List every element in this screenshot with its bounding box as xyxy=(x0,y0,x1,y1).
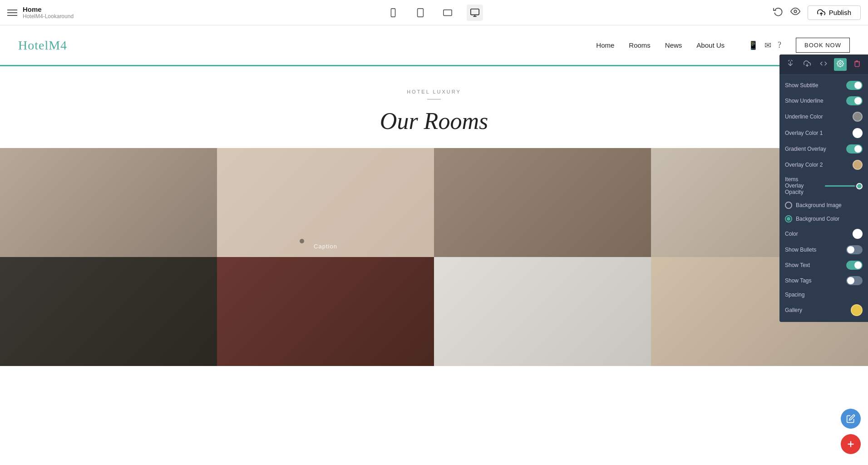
gradient-overlay-label: Gradient Overlay xyxy=(785,146,843,152)
settings-rows: Show Subtitle Show Underline Underline C… xyxy=(779,75,868,322)
overlay-color-1-label: Overlay Color 1 xyxy=(785,130,849,136)
svg-rect-2 xyxy=(418,8,424,16)
settings-panel: Show Subtitle Show Underline Underline C… xyxy=(779,54,868,322)
site-subtitle: HotelM4-Lookaround xyxy=(23,13,74,20)
overlay-color-2-swatch[interactable] xyxy=(853,160,863,170)
nav-home[interactable]: Home xyxy=(596,41,614,49)
gallery-item[interactable] xyxy=(217,257,434,366)
nav-rooms[interactable]: Rooms xyxy=(629,41,651,49)
gallery-item[interactable] xyxy=(434,148,651,257)
code-tool[interactable] xyxy=(817,58,830,71)
svg-rect-6 xyxy=(471,9,479,15)
underline-color-swatch[interactable] xyxy=(853,112,863,122)
setting-show-text: Show Text xyxy=(779,257,868,273)
gallery-color-swatch[interactable] xyxy=(851,304,863,316)
items-overlay-opacity-label: ItemsOverlayOpacity xyxy=(785,176,821,195)
mobile-icon[interactable]: 📱 xyxy=(748,40,758,50)
setting-show-underline: Show Underline xyxy=(779,93,868,109)
spacing-label: Spacing xyxy=(785,292,863,298)
undo-button[interactable] xyxy=(773,6,783,19)
overlay-color-2-label: Overlay Color 2 xyxy=(785,162,849,168)
gallery-item[interactable] xyxy=(434,257,651,366)
preview-button[interactable] xyxy=(790,6,800,19)
show-text-label: Show Text xyxy=(785,262,843,268)
site-info: Home HotelM4-Lookaround xyxy=(23,5,74,20)
show-subtitle-toggle[interactable] xyxy=(846,81,863,90)
gallery-caption: Caption xyxy=(314,243,337,250)
overlay-color-1-swatch[interactable] xyxy=(853,128,863,138)
settings-tool[interactable] xyxy=(834,58,847,71)
publish-label: Publish xyxy=(829,9,851,16)
section-divider xyxy=(427,99,441,99)
show-underline-toggle[interactable] xyxy=(846,96,863,105)
top-bar-left: Home HotelM4-Lookaround xyxy=(7,5,74,20)
svg-rect-0 xyxy=(391,8,395,16)
setting-show-subtitle: Show Subtitle xyxy=(779,78,868,93)
sort-tool[interactable] xyxy=(784,58,797,71)
background-color-label: Background Color xyxy=(796,216,863,222)
setting-underline-color: Underline Color xyxy=(779,109,868,125)
show-underline-label: Show Underline xyxy=(785,98,843,104)
gallery-item[interactable]: Caption xyxy=(217,148,434,257)
site-nav: Home Rooms News About Us 📱 ✉ ? BOOK NOW xyxy=(596,38,850,53)
site-name: Home xyxy=(23,5,74,13)
gradient-overlay-toggle[interactable] xyxy=(846,144,863,153)
gallery-grid: Caption xyxy=(0,148,868,366)
nav-news[interactable]: News xyxy=(665,41,682,49)
setting-background-color: Background Color xyxy=(779,212,868,226)
fab-edit-button[interactable] xyxy=(841,409,861,429)
device-mobile[interactable] xyxy=(385,5,401,21)
delete-tool[interactable] xyxy=(851,58,863,71)
section-heading: Our Rooms xyxy=(9,108,859,134)
nav-about-us[interactable]: About Us xyxy=(696,41,725,49)
setting-gradient-overlay: Gradient Overlay xyxy=(779,141,868,157)
fab-add-button[interactable] xyxy=(841,434,861,454)
setting-show-tags: Show Tags xyxy=(779,273,868,288)
device-tablet[interactable] xyxy=(412,5,429,21)
show-bullets-label: Show Bullets xyxy=(785,247,843,253)
svg-point-8 xyxy=(794,10,797,13)
device-desktop[interactable] xyxy=(467,5,483,21)
settings-toolbar xyxy=(779,54,868,75)
show-text-toggle[interactable] xyxy=(846,261,863,270)
background-image-radio[interactable] xyxy=(785,202,792,209)
show-subtitle-label: Show Subtitle xyxy=(785,82,843,89)
show-tags-label: Show Tags xyxy=(785,277,843,284)
email-icon[interactable]: ✉ xyxy=(764,40,771,50)
setting-gallery: Gallery xyxy=(779,301,868,319)
hamburger-menu[interactable] xyxy=(7,10,17,16)
svg-point-13 xyxy=(839,63,841,64)
section-title-area: HOTEL LUXURY Our Rooms xyxy=(0,66,868,148)
svg-rect-4 xyxy=(444,10,452,15)
background-color-radio[interactable] xyxy=(785,215,792,223)
site-nav-icons: 📱 ✉ ? xyxy=(748,40,781,50)
setting-spacing: Spacing xyxy=(779,288,868,301)
logo-hotel: Hotel xyxy=(18,38,49,52)
device-tablet-landscape[interactable] xyxy=(439,5,456,21)
underline-color-label: Underline Color xyxy=(785,114,849,120)
gallery-item[interactable] xyxy=(0,148,217,257)
setting-show-bullets: Show Bullets xyxy=(779,242,868,257)
help-icon[interactable]: ? xyxy=(778,40,781,50)
top-bar-right: Publish xyxy=(773,5,861,20)
setting-overlay-color-1: Overlay Color 1 xyxy=(779,125,868,141)
book-now-button[interactable]: BOOK NOW xyxy=(796,38,850,53)
setting-color: Color xyxy=(779,226,868,242)
device-switcher xyxy=(385,5,483,21)
download-tool[interactable] xyxy=(801,58,814,71)
site-logo: HotelM4 xyxy=(18,38,67,53)
setting-background-image: Background Image xyxy=(779,198,868,212)
gallery-item[interactable] xyxy=(0,257,217,366)
setting-overlay-color-2: Overlay Color 2 xyxy=(779,157,868,173)
color-swatch[interactable] xyxy=(853,229,863,239)
show-bullets-toggle[interactable] xyxy=(846,245,863,254)
background-image-label: Background Image xyxy=(796,202,863,208)
content-area: HOTEL LUXURY Our Rooms Caption xyxy=(0,66,868,366)
show-tags-toggle[interactable] xyxy=(846,276,863,285)
color-label: Color xyxy=(785,231,849,237)
top-bar: Home HotelM4-Lookaround xyxy=(0,0,868,25)
setting-items-overlay-opacity: ItemsOverlayOpacity xyxy=(779,173,868,198)
items-overlay-opacity-track[interactable] xyxy=(825,185,863,187)
section-subtitle: HOTEL LUXURY xyxy=(9,89,859,94)
publish-button[interactable]: Publish xyxy=(808,5,861,20)
